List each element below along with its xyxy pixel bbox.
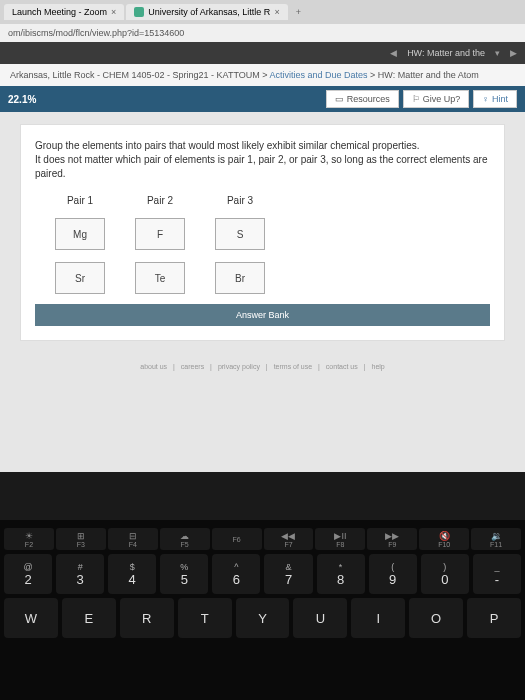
- breadcrumb: Arkansas, Little Rock - CHEM 1405-02 - S…: [0, 64, 525, 86]
- key-i: I: [351, 598, 405, 638]
- flag-icon: ⚐: [412, 94, 420, 104]
- breadcrumb-activities[interactable]: Activities and Due Dates: [270, 70, 368, 80]
- key-o: O: [409, 598, 463, 638]
- close-icon[interactable]: ×: [111, 7, 116, 17]
- fn-key: ◀◀F7: [264, 528, 314, 550]
- pairs-container: Pair 1 Mg Sr Pair 2 F Te Pair 3 S Br: [35, 195, 490, 294]
- progress-percent: 22.1%: [8, 94, 36, 105]
- key-t: T: [178, 598, 232, 638]
- pair-label: Pair 2: [147, 195, 173, 206]
- key-dash: _-: [473, 554, 521, 594]
- answer-bank[interactable]: Answer Bank: [35, 304, 490, 326]
- tab-university[interactable]: University of Arkansas, Little R ×: [126, 4, 287, 20]
- url-text: om/ibiscms/mod/flcn/view.php?id=15134600: [8, 28, 184, 38]
- url-bar[interactable]: om/ibiscms/mod/flcn/view.php?id=15134600: [0, 24, 525, 42]
- key-8: *8: [317, 554, 365, 594]
- footer-contact[interactable]: contact us: [326, 363, 358, 370]
- pair-label: Pair 1: [67, 195, 93, 206]
- element-dropzone[interactable]: Te: [135, 262, 185, 294]
- element-dropzone[interactable]: S: [215, 218, 265, 250]
- pair-2-column: Pair 2 F Te: [135, 195, 185, 294]
- key-4: $4: [108, 554, 156, 594]
- question-text: Group the elements into pairs that would…: [35, 139, 490, 181]
- footer-careers[interactable]: careers: [181, 363, 204, 370]
- fn-key: 🔉F11: [471, 528, 521, 550]
- fn-key: ⊞F3: [56, 528, 106, 550]
- nav-prev-icon[interactable]: ◀: [390, 48, 397, 58]
- folder-icon: ▭: [335, 94, 344, 104]
- key-3: #3: [56, 554, 104, 594]
- add-tab-button[interactable]: +: [290, 7, 307, 17]
- fn-key: F6: [212, 528, 262, 550]
- physical-keyboard: ☀F2 ⊞F3 ⊟F4 ☁F5 F6 ◀◀F7 ▶IIF8 ▶▶F9 🔇F10 …: [0, 520, 525, 700]
- page-content: ◀ HW: Matter and the ▾ ▶ Arkansas, Littl…: [0, 42, 525, 472]
- fn-key: ☀F2: [4, 528, 54, 550]
- browser-tab-strip: Launch Meeting - Zoom × University of Ar…: [0, 0, 525, 24]
- progress-bar: 22.1% ▭ Resources ⚐ Give Up? ♀ Hint: [0, 86, 525, 112]
- bulb-icon: ♀: [482, 94, 489, 104]
- element-dropzone[interactable]: F: [135, 218, 185, 250]
- element-dropzone[interactable]: Br: [215, 262, 265, 294]
- key-w: W: [4, 598, 58, 638]
- top-nav: ◀ HW: Matter and the ▾ ▶: [0, 42, 525, 64]
- tab-zoom[interactable]: Launch Meeting - Zoom ×: [4, 4, 124, 20]
- key-9: (9: [369, 554, 417, 594]
- tab-label: Launch Meeting - Zoom: [12, 7, 107, 17]
- nav-next-icon[interactable]: ▶: [510, 48, 517, 58]
- hint-button[interactable]: ♀ Hint: [473, 90, 517, 108]
- breadcrumb-course: Arkansas, Little Rock - CHEM 1405-02 - S…: [10, 70, 260, 80]
- key-7: &7: [264, 554, 312, 594]
- site-icon: [134, 7, 144, 17]
- pair-1-column: Pair 1 Mg Sr: [55, 195, 105, 294]
- footer-links: about us | careers | privacy policy | te…: [0, 353, 525, 380]
- element-dropzone[interactable]: Mg: [55, 218, 105, 250]
- resources-button[interactable]: ▭ Resources: [326, 90, 399, 108]
- fn-key: ▶▶F9: [367, 528, 417, 550]
- key-2: @2: [4, 554, 52, 594]
- close-icon[interactable]: ×: [274, 7, 279, 17]
- footer-help[interactable]: help: [372, 363, 385, 370]
- giveup-button[interactable]: ⚐ Give Up?: [403, 90, 470, 108]
- tab-label: University of Arkansas, Little R: [148, 7, 270, 17]
- key-e: E: [62, 598, 116, 638]
- fn-key: 🔇F10: [419, 528, 469, 550]
- fn-key: ☁F5: [160, 528, 210, 550]
- dropdown-icon[interactable]: ▾: [495, 48, 500, 58]
- nav-title: HW: Matter and the: [407, 48, 485, 58]
- key-r: R: [120, 598, 174, 638]
- pair-3-column: Pair 3 S Br: [215, 195, 265, 294]
- question-panel: Group the elements into pairs that would…: [20, 124, 505, 341]
- footer-about[interactable]: about us: [140, 363, 167, 370]
- fn-key: ⊟F4: [108, 528, 158, 550]
- key-u: U: [293, 598, 347, 638]
- footer-terms[interactable]: terms of use: [274, 363, 313, 370]
- element-dropzone[interactable]: Sr: [55, 262, 105, 294]
- fn-key: ▶IIF8: [315, 528, 365, 550]
- breadcrumb-hw: HW: Matter and the Atom: [378, 70, 479, 80]
- key-p: P: [467, 598, 521, 638]
- key-y: Y: [236, 598, 290, 638]
- key-0: )0: [421, 554, 469, 594]
- footer-privacy[interactable]: privacy policy: [218, 363, 260, 370]
- pair-label: Pair 3: [227, 195, 253, 206]
- key-6: ^6: [212, 554, 260, 594]
- key-5: %5: [160, 554, 208, 594]
